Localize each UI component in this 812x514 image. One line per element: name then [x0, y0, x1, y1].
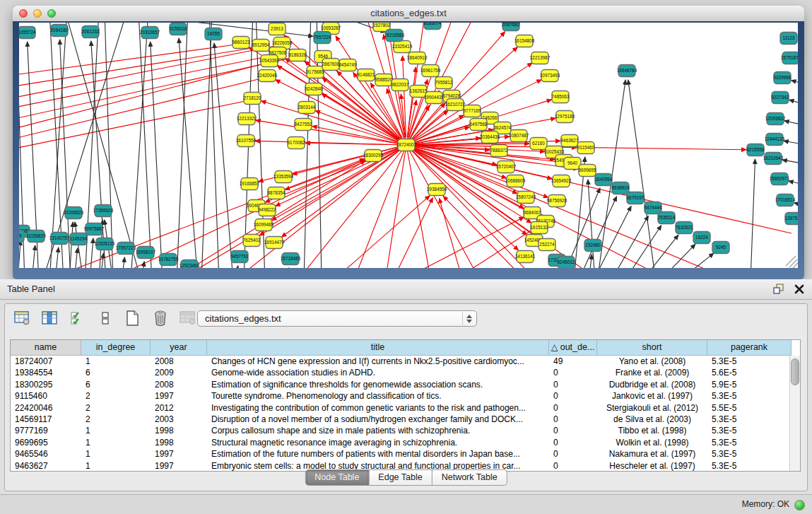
graph-node[interactable]: 9588520: [375, 74, 393, 86]
graph-node[interactable]: 16224: [693, 232, 710, 244]
table-cell[interactable]: 1998: [151, 437, 207, 448]
table-cell[interactable]: 0: [549, 437, 597, 448]
graph-node[interactable]: 9860123: [233, 37, 250, 49]
table-cell[interactable]: 5.3E-5: [707, 448, 792, 460]
table-cell[interactable]: Tourette syndrome. Phenomenology and cla…: [207, 390, 549, 402]
table-cell[interactable]: 1: [81, 448, 151, 460]
graph-node[interactable]: 9329966: [774, 72, 792, 84]
graph-node[interactable]: 7625402: [243, 235, 261, 247]
graph-node[interactable]: 7485063: [552, 91, 570, 103]
table-cell[interactable]: 5.5E-5: [707, 402, 792, 414]
close-panel-icon[interactable]: [794, 284, 805, 295]
table-cell[interactable]: 5.6E-5: [707, 367, 792, 378]
table-cell[interactable]: 1: [81, 437, 151, 448]
table-cell[interactable]: 2: [81, 390, 151, 402]
graph-node[interactable]: 12444135: [765, 134, 785, 146]
table-cell[interactable]: 1997: [151, 390, 207, 402]
graph-node[interactable]: 17957223: [116, 243, 136, 255]
table-cell[interactable]: Dudbridge et al. (2008): [597, 379, 707, 390]
table-row[interactable]: 969969511998Structural magnetic resonanc…: [11, 437, 800, 448]
graph-node[interactable]: 62160: [530, 138, 547, 150]
graph-node[interactable]: 10688609: [505, 175, 526, 187]
graph-node[interactable]: 8186328: [289, 49, 307, 62]
graph-node[interactable]: 9822037: [392, 79, 409, 91]
graph-node[interactable]: 13654923: [551, 175, 572, 187]
graph-node[interactable]: 2087682: [502, 23, 520, 31]
column-header-in_degree[interactable]: in_degree: [81, 340, 151, 356]
table-cell[interactable]: Jankovic et al. (1997): [597, 390, 707, 402]
table-cell[interactable]: 14569117: [11, 414, 81, 425]
column-header-short[interactable]: short: [597, 340, 707, 356]
table-select-dropdown[interactable]: citations_edges.txt: [197, 310, 477, 327]
graph-node[interactable]: 10543392: [259, 55, 280, 67]
table-cell[interactable]: 1997: [151, 460, 207, 472]
table-row[interactable]: 911546021997Tourette syndrome. Phenomeno…: [11, 390, 800, 402]
table-cell[interactable]: 0: [549, 367, 597, 378]
graph-node[interactable]: 16055: [205, 28, 222, 40]
table-cell[interactable]: 9115460: [11, 390, 81, 402]
graph-node[interactable]: 18300295: [363, 150, 384, 162]
table-cell[interactable]: 0: [549, 390, 597, 402]
float-window-icon[interactable]: [772, 283, 785, 296]
graph-node[interactable]: 19384554: [427, 184, 447, 196]
graph-node[interactable]: 16154808: [514, 35, 535, 47]
graph-node[interactable]: 9170082: [288, 137, 305, 149]
table-cell[interactable]: 5.3E-5: [707, 460, 792, 472]
graph-node[interactable]: 15692971: [770, 173, 790, 185]
table-cell[interactable]: 2003: [151, 414, 207, 425]
window-titlebar[interactable]: citations_edges.txt: [13, 6, 804, 22]
table-cell[interactable]: Yano et al. (2008): [597, 356, 707, 367]
graph-node[interactable]: 10807487: [509, 130, 529, 142]
graph-node[interactable]: 9227342: [772, 92, 789, 104]
column-header-year[interactable]: year: [151, 340, 207, 356]
table-cell[interactable]: Tibbo et al. (1998): [597, 425, 707, 436]
graph-node[interactable]: 13142757: [49, 233, 70, 245]
table-cell[interactable]: 6: [81, 367, 151, 378]
graph-node[interactable]: 17016514: [775, 194, 796, 206]
graph-node[interactable]: 12505135: [95, 238, 115, 250]
graph-node[interactable]: 9463627: [561, 135, 579, 147]
graph-node[interactable]: 16107554: [236, 135, 257, 147]
table-cell[interactable]: Franke et al. (2009): [597, 367, 707, 378]
table-cell[interactable]: 2: [81, 414, 151, 425]
table-cell[interactable]: 0: [549, 402, 597, 414]
table-cell[interactable]: Estimation of the future numbers of pati…: [207, 448, 549, 460]
graph-node[interactable]: 6497568: [470, 119, 488, 131]
graph-node[interactable]: 16210722: [445, 99, 466, 111]
table-cell[interactable]: 5.3E-5: [707, 356, 792, 367]
graph-node[interactable]: 18640910: [407, 52, 428, 64]
graph-node[interactable]: 13353594: [273, 171, 294, 183]
graph-node[interactable]: 15718485: [281, 253, 301, 265]
table-cell[interactable]: Hescheler et al. (1997): [597, 460, 707, 472]
table-cell[interactable]: Wolkin et al. (1998): [597, 437, 707, 448]
table-cell[interactable]: 5.3E-5: [707, 390, 792, 402]
graph-node[interactable]: 7632621: [676, 222, 693, 234]
table-cell[interactable]: 9463627: [11, 460, 81, 472]
graph-node[interactable]: 8912954: [252, 40, 270, 52]
graph-node[interactable]: 8938924: [612, 182, 630, 194]
graph-node[interactable]: 1367534: [785, 213, 798, 225]
table-cell[interactable]: 0: [549, 460, 597, 472]
graph-node[interactable]: 9155016: [170, 23, 187, 35]
graph-node[interactable]: 2061233: [82, 26, 100, 38]
table-cell[interactable]: de Silva et al. (2003): [597, 414, 707, 425]
table-cell[interactable]: 2009: [151, 367, 207, 378]
table-cell[interactable]: 9465546: [11, 448, 81, 460]
table-cell[interactable]: 18724007: [11, 356, 81, 367]
table-cell[interactable]: Corpus callosum shape and size in male p…: [207, 425, 549, 436]
table-row[interactable]: 1830029562008Estimation of significance …: [11, 379, 800, 390]
graph-node[interactable]: 39159: [19, 230, 24, 243]
graph-node[interactable]: 9146821: [358, 69, 375, 81]
graph-node[interactable]: 19904438: [424, 92, 445, 104]
graph-node[interactable]: 2064180: [51, 25, 69, 37]
table-cell[interactable]: 1: [81, 460, 151, 472]
graph-node[interactable]: 2867608: [322, 59, 340, 71]
column-header-out_de[interactable]: △ out_de...: [549, 340, 597, 356]
graph-node[interactable]: 9175685: [307, 66, 324, 78]
graph-node[interactable]: 20206526: [64, 207, 84, 219]
graph-node[interactable]: 11123: [780, 33, 797, 45]
graph-node[interactable]: 13325419: [392, 41, 413, 53]
graph-node[interactable]: 8878354: [268, 187, 286, 199]
tab-node-table[interactable]: Node Table: [305, 469, 369, 486]
graph-node[interactable]: 18724007: [396, 139, 417, 151]
